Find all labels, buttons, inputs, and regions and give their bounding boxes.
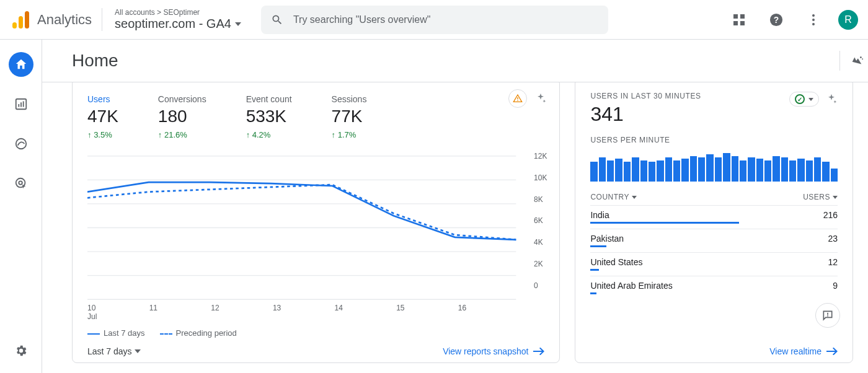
chevron-down-icon (235, 22, 241, 26)
help-icon: ? (769, 13, 783, 27)
users-column-header[interactable]: USERS (803, 193, 838, 201)
svg-rect-2 (25, 11, 29, 29)
users-per-minute-title: USERS PER MINUTE (590, 136, 838, 144)
country-column-header[interactable]: COUNTRY (590, 193, 637, 201)
metric-conversions[interactable]: Conversions 180 21.6% (158, 94, 206, 139)
svg-rect-1 (19, 16, 23, 29)
account-switcher[interactable]: All accounts > SEOptimer seoptimer.com -… (102, 8, 241, 31)
svg-point-18 (19, 181, 22, 185)
insights-button[interactable] (839, 51, 868, 71)
svg-rect-22 (518, 100, 518, 101)
breadcrumb: All accounts > SEOptimer (115, 8, 241, 17)
svg-point-19 (860, 56, 862, 58)
realtime-title: USERS IN LAST 30 MINUTES (590, 92, 701, 100)
nav-explore[interactable] (9, 131, 33, 156)
property-selector[interactable]: seoptimer.com - GA4 (115, 17, 241, 31)
svg-rect-6 (740, 21, 745, 25)
product-logo[interactable]: Analytics (10, 9, 92, 31)
chevron-down-icon (632, 196, 637, 199)
svg-text:?: ? (774, 15, 779, 24)
nav-advertising[interactable] (9, 171, 33, 196)
nav-rail (0, 40, 42, 373)
svg-rect-15 (22, 101, 24, 107)
nav-home[interactable] (9, 52, 33, 77)
target-click-icon (14, 177, 28, 190)
svg-rect-14 (20, 102, 22, 107)
svg-point-9 (812, 14, 815, 17)
date-range-selector[interactable]: Last 7 days (87, 346, 141, 356)
home-icon (14, 58, 28, 71)
top-bar: Analytics All accounts > SEOptimer seopt… (0, 0, 868, 40)
chevron-down-icon (135, 349, 141, 353)
metric-users[interactable]: Users 47K 3.5% (87, 94, 118, 139)
chevron-down-icon (808, 98, 813, 101)
avatar[interactable]: R (838, 10, 858, 30)
card-insights-button[interactable] (825, 93, 838, 105)
insights-sparkle-icon (850, 54, 864, 68)
metric-event-count[interactable]: Event count 533K 4.2% (246, 94, 292, 139)
arrow-right-icon (826, 348, 838, 355)
chevron-down-icon (833, 196, 838, 199)
apps-button[interactable] (727, 7, 751, 32)
metrics-row: Users 47K 3.5% Conversions 180 21.6% Eve… (87, 94, 544, 139)
users-per-minute-chart (590, 153, 838, 182)
bar-chart-icon (14, 97, 28, 111)
apps-grid-icon (733, 14, 745, 25)
more-vert-icon (812, 14, 815, 25)
analytics-logo-icon (10, 9, 32, 31)
product-name: Analytics (37, 12, 92, 28)
svg-rect-31 (827, 315, 828, 317)
realtime-card: USERS IN LAST 30 MINUTES 341 ✓ USERS PER… (575, 82, 853, 363)
more-button[interactable] (801, 7, 826, 32)
status-pill[interactable]: ✓ (789, 92, 819, 107)
svg-point-10 (812, 19, 815, 21)
page-header: Home (42, 40, 868, 82)
feedback-button[interactable] (815, 303, 840, 328)
svg-rect-4 (740, 14, 745, 19)
view-realtime-link[interactable]: View realtime (769, 346, 838, 356)
country-row: India216 (590, 205, 838, 225)
svg-rect-0 (12, 22, 17, 29)
svg-point-11 (812, 23, 815, 25)
arrow-right-icon (533, 348, 544, 355)
warning-triangle-icon (513, 94, 523, 103)
country-row: United States12 (590, 252, 838, 272)
nav-admin[interactable] (9, 338, 33, 363)
main-content: Home Users (42, 40, 868, 373)
svg-rect-13 (18, 104, 19, 107)
explore-icon (14, 137, 28, 151)
card-insights-button[interactable] (534, 92, 547, 105)
search-icon (271, 14, 283, 26)
svg-rect-5 (733, 21, 738, 25)
checkmark-icon: ✓ (795, 94, 805, 104)
page-title: Home (72, 51, 118, 71)
feedback-icon (822, 309, 834, 322)
overview-card: Users 47K 3.5% Conversions 180 21.6% Eve… (72, 82, 560, 363)
svg-point-16 (16, 139, 26, 149)
sparkle-icon (825, 93, 838, 105)
anomaly-warning-badge[interactable] (508, 89, 527, 108)
country-row: United Arab Emirates9 (590, 276, 838, 296)
search-input[interactable]: Try searching "Users overview" (261, 6, 608, 34)
chart-x-axis: 10Jul111213141516 (87, 304, 544, 321)
realtime-users-count: 341 (590, 103, 701, 126)
search-placeholder: Try searching "Users overview" (293, 14, 431, 25)
header-actions: ? R (727, 7, 858, 32)
country-row: Pakistan23 (590, 229, 838, 248)
svg-rect-3 (733, 14, 738, 19)
nav-reports[interactable] (9, 92, 33, 116)
country-table-header: COUNTRY USERS (590, 193, 838, 201)
line-chart: 12K10K8K6K4K2K0 (87, 152, 544, 304)
svg-rect-21 (518, 97, 518, 99)
chart-legend: Last 7 days Preceding period (87, 328, 544, 338)
view-reports-snapshot-link[interactable]: View reports snapshot (443, 346, 544, 356)
metric-sessions[interactable]: Sessions 77K 1.7% (332, 94, 367, 139)
help-button[interactable]: ? (764, 7, 789, 32)
svg-point-20 (862, 58, 863, 59)
svg-rect-30 (827, 313, 828, 315)
sparkle-icon (534, 92, 547, 105)
gear-icon (14, 344, 28, 358)
